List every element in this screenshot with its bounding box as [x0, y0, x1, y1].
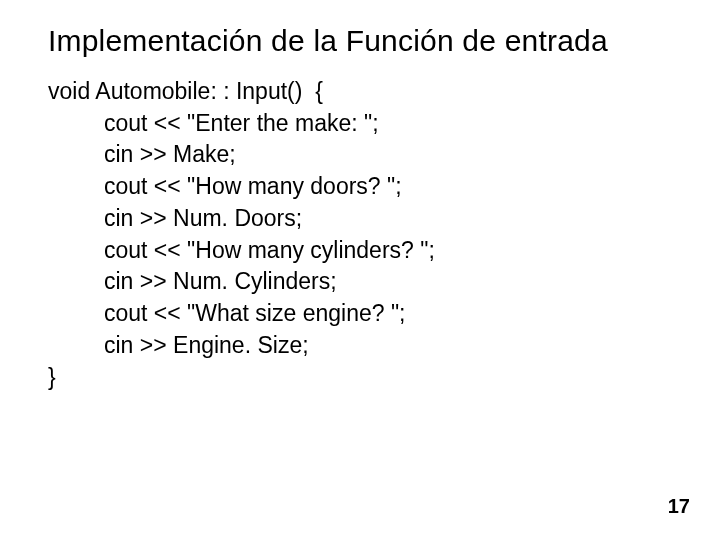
- code-line: cout << "What size engine? ";: [48, 298, 680, 330]
- code-line: cin >> Num. Cylinders;: [48, 266, 680, 298]
- code-line: cin >> Make;: [48, 139, 680, 171]
- code-line: cin >> Engine. Size;: [48, 330, 680, 362]
- code-line: }: [48, 362, 680, 394]
- code-line: cin >> Num. Doors;: [48, 203, 680, 235]
- page-number: 17: [668, 495, 690, 518]
- slide: Implementación de la Función de entrada …: [0, 0, 720, 540]
- code-line: cout << "Enter the make: ";: [48, 108, 680, 140]
- code-block: void Automobile: : Input() { cout << "En…: [48, 76, 680, 393]
- code-line: void Automobile: : Input() {: [48, 76, 680, 108]
- slide-title: Implementación de la Función de entrada: [48, 24, 680, 58]
- code-line: cout << "How many doors? ";: [48, 171, 680, 203]
- code-line: cout << "How many cylinders? ";: [48, 235, 680, 267]
